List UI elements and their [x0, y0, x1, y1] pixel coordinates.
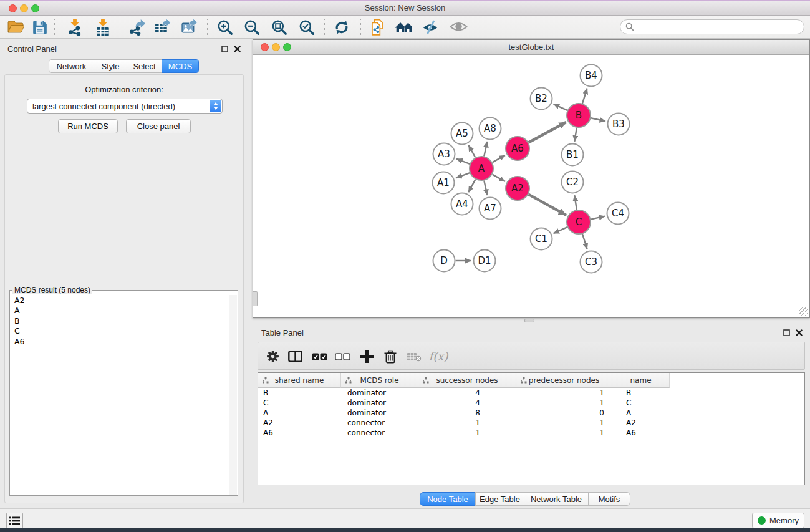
graph-edge-C-C4[interactable]	[591, 216, 605, 220]
select-all-columns-button[interactable]	[311, 342, 328, 370]
column-header-MCDS-role[interactable]: MCDS role	[341, 373, 418, 388]
column-header-shared-name[interactable]: shared name	[258, 373, 341, 388]
table-row[interactable]: Bdominator41B	[258, 388, 804, 398]
unselect-all-columns-button[interactable]	[334, 342, 351, 370]
tab-node-table[interactable]: Node Table	[420, 492, 476, 506]
export-table-button[interactable]	[152, 17, 174, 37]
show-panel-button[interactable]	[447, 17, 470, 37]
horizontal-splitter-handle[interactable]	[524, 319, 534, 322]
mcds-result-item[interactable]: C	[14, 326, 228, 336]
column-header-predecessor-nodes[interactable]: predecessor nodes	[516, 373, 612, 388]
table-cell[interactable]: A	[258, 408, 341, 418]
hide-panel-button[interactable]	[419, 17, 441, 37]
result-scrollbar[interactable]	[229, 295, 237, 495]
open-file-button[interactable]	[5, 17, 27, 37]
table-cell[interactable]: B	[258, 388, 341, 398]
table-row[interactable]: A6connector11A6	[258, 428, 804, 438]
criterion-select[interactable]: largest connected component (directed)	[27, 99, 223, 114]
float-panel-button[interactable]	[219, 44, 229, 54]
graph-edge-A-A1[interactable]	[456, 173, 470, 178]
tab-edge-table[interactable]: Edge Table	[475, 492, 524, 506]
table-cell[interactable]: 4	[418, 388, 516, 398]
table-cell[interactable]: 0	[516, 408, 612, 418]
tab-mcds[interactable]: MCDS	[162, 59, 199, 73]
save-session-button[interactable]	[29, 17, 51, 37]
graph-edge-A-A4[interactable]	[468, 180, 475, 193]
home-button[interactable]	[393, 17, 415, 37]
table-close-button[interactable]	[794, 327, 804, 337]
clone-network-button[interactable]	[366, 17, 388, 37]
table-cell[interactable]: C	[258, 398, 341, 408]
delete-column-button[interactable]	[382, 342, 398, 370]
table-cell[interactable]: A2	[258, 418, 341, 428]
table-cell[interactable]: C	[612, 398, 670, 408]
run-mcds-button[interactable]: Run MCDS	[58, 119, 118, 133]
task-history-button[interactable]	[6, 513, 23, 528]
close-panel-button[interactable]	[232, 44, 242, 54]
tab-motifs[interactable]: Motifs	[588, 492, 630, 506]
network-window-titlebar[interactable]: testGlobe.txt	[253, 40, 809, 55]
table-cell[interactable]: 1	[516, 428, 612, 438]
table-cell[interactable]: 1	[516, 388, 612, 398]
create-column-button[interactable]	[359, 342, 375, 370]
table-cell[interactable]: connector	[341, 428, 418, 438]
tab-network[interactable]: Network	[49, 59, 94, 73]
table-settings-button[interactable]	[264, 342, 281, 370]
import-table-button[interactable]	[92, 17, 114, 37]
table-cell[interactable]: dominator	[341, 398, 418, 408]
column-header-successor-nodes[interactable]: successor nodes	[418, 373, 516, 388]
table-cell[interactable]: connector	[341, 418, 418, 428]
search-field[interactable]	[620, 19, 804, 34]
search-input[interactable]	[637, 21, 804, 33]
column-header-name[interactable]: name	[612, 373, 670, 388]
graph-edge-A-A3[interactable]	[456, 159, 470, 164]
table-cell[interactable]: dominator	[341, 408, 418, 418]
table-cell[interactable]: B	[612, 388, 670, 398]
network-canvas[interactable]: B4B2BB3A8A5A6A3B1AA1C2A2A4A7C4CC1C3DD1	[253, 55, 809, 317]
export-image-button[interactable]	[178, 17, 201, 37]
table-row[interactable]: Adominator80A	[258, 408, 804, 418]
graph-edge-C-C1[interactable]	[554, 227, 567, 233]
table-cell[interactable]: A	[612, 408, 670, 418]
zoom-fit-button[interactable]	[268, 17, 291, 37]
graph-edge-C-C3[interactable]	[582, 234, 587, 249]
zoom-selected-button[interactable]	[296, 17, 318, 37]
tab-network-table[interactable]: Network Table	[524, 492, 589, 506]
table-row[interactable]: A2connector11A2	[258, 418, 804, 428]
mcds-result-item[interactable]: A6	[14, 337, 228, 347]
mcds-result-item[interactable]: B	[14, 316, 228, 326]
memory-button[interactable]: Memory	[752, 513, 804, 528]
graph-edge-C-C2[interactable]	[574, 195, 577, 210]
table-cell[interactable]: 1	[516, 398, 612, 408]
table-cell[interactable]: 8	[418, 408, 516, 418]
graph-edge-A6-B[interactable]	[529, 122, 566, 143]
graph-edge-B-B4[interactable]	[582, 89, 587, 104]
tab-select[interactable]: Select	[127, 59, 162, 73]
refresh-button[interactable]	[330, 17, 353, 37]
graph-edge-B-B3[interactable]	[591, 118, 605, 121]
tab-style[interactable]: Style	[94, 59, 127, 73]
mcds-result-item[interactable]: A	[14, 306, 228, 316]
graph-edge-A-A5[interactable]	[468, 145, 475, 158]
export-network-button[interactable]	[125, 17, 148, 37]
close-panel-action-button[interactable]: Close panel	[126, 119, 191, 133]
table-cell[interactable]: A2	[612, 418, 670, 428]
table-cell[interactable]: A6	[612, 428, 670, 438]
table-float-button[interactable]	[781, 327, 791, 337]
graph-edge-A-A6[interactable]	[493, 155, 505, 162]
graph-edge-A-A2[interactable]	[493, 175, 505, 181]
resize-grip[interactable]	[799, 307, 808, 316]
table-cell[interactable]: A6	[258, 428, 341, 438]
zoom-in-button[interactable]	[214, 17, 236, 37]
graph-edge-A-A8[interactable]	[484, 142, 487, 156]
zoom-out-button[interactable]	[241, 17, 263, 37]
splitter-handle[interactable]	[253, 291, 258, 306]
table-row[interactable]: Cdominator41C	[258, 398, 804, 408]
table-cell[interactable]: 1	[418, 428, 516, 438]
graph-edge-A2-C[interactable]	[529, 195, 566, 215]
mcds-result-item[interactable]: A2	[14, 296, 228, 306]
graph-edge-B-B2[interactable]	[554, 104, 567, 110]
graph-edge-B-B1[interactable]	[574, 128, 576, 142]
table-cell[interactable]: 1	[516, 418, 612, 428]
table-cell[interactable]: dominator	[341, 388, 418, 398]
